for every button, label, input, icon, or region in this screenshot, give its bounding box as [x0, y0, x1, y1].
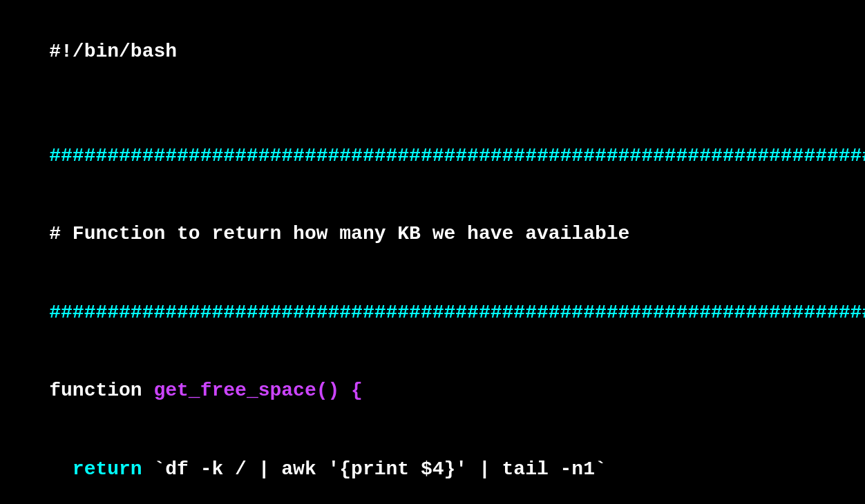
line-blank1 [3, 90, 862, 117]
line-hash1: ########################################… [3, 117, 862, 195]
line-func-def: function get_free_space() { [3, 351, 862, 429]
shebang-text: #!/bin/bash [49, 41, 177, 62]
comment1-text: # Function to return how many KB we have… [49, 223, 629, 244]
line-hash2: ########################################… [3, 273, 862, 351]
keyword-function: function [49, 380, 153, 401]
return-value: `df -k / | awk '{print $4}' | tail -n1` [153, 458, 606, 480]
terminal-window: #!/bin/bash ############################… [0, 7, 865, 497]
line-shebang: #!/bin/bash [3, 12, 862, 90]
hash-decoration1: ########################################… [49, 145, 865, 166]
line-comment1: # Function to return how many KB we have… [3, 195, 862, 273]
func-name: get_free_space() { [153, 380, 362, 401]
hash-decoration2: ########################################… [49, 302, 865, 323]
line-return: return `df -k / | awk '{print $4}' | tai… [3, 430, 862, 504]
keyword-return: return [49, 458, 153, 480]
